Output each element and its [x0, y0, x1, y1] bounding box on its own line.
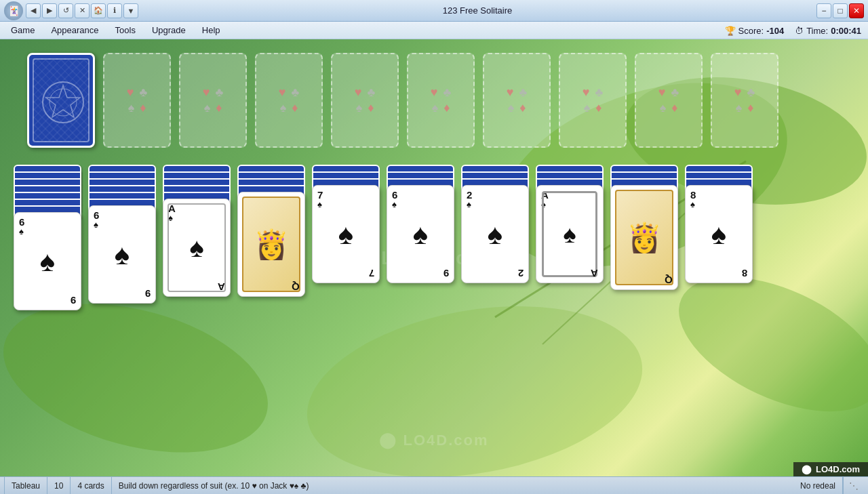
status-mode: Tableau: [4, 477, 47, 494]
card-2-spades[interactable]: 2 ♠ ♠ 2: [461, 185, 529, 283]
menu-appearance[interactable]: Appearance: [43, 23, 106, 37]
foundation-slot-9[interactable]: ♥ ♣ ♠ ♦: [711, 53, 778, 148]
svg-marker-9: [46, 85, 80, 117]
foundation-slot-8[interactable]: ♥ ♣ ♠ ♦: [635, 53, 703, 148]
titlebar: 🃏 ◀ ▶ ↺ ✕ 🏠 ℹ ▼ 123 Free Solitaire − □ ✕: [0, 0, 868, 22]
window-controls: − □ ✕: [816, 3, 864, 18]
card-6-spades-col2[interactable]: 6 ♠ ♠ 9: [88, 205, 156, 304]
tb-info[interactable]: ℹ: [107, 3, 122, 18]
foundation-row: ♥ ♣ ♠ ♦ ♥ ♣ ♠ ♦: [27, 53, 841, 151]
foundation-slot-6[interactable]: ♥ ♣ ♠ ♦: [483, 53, 551, 148]
tb-fwd[interactable]: ▶: [42, 3, 57, 18]
minimize-button[interactable]: −: [816, 3, 831, 18]
menu-upgrade[interactable]: Upgrade: [144, 23, 194, 37]
status-tableau-label: Tableau: [12, 481, 40, 491]
statusbar: Tableau 10 4 cards Build down regardless…: [0, 476, 868, 494]
card-value-br: 9: [71, 295, 76, 306]
diamond-suit-icon: ♦: [140, 101, 146, 115]
menu-help[interactable]: Help: [194, 23, 229, 37]
score-value: -104: [766, 26, 784, 36]
clock-icon: ⏱: [795, 26, 804, 36]
time-display: ⏱ Time: 0:00:41: [795, 26, 861, 36]
menu-game[interactable]: Game: [3, 23, 43, 37]
status-hint-text: Build down regardless of suit (ex. 10 ♥ …: [119, 481, 309, 491]
tb-home[interactable]: 🏠: [91, 3, 106, 18]
card-suit-center: ♠: [40, 245, 55, 278]
foundation-slot-7[interactable]: ♥ ♣ ♠ ♦: [559, 53, 627, 148]
status-cards: 4 cards: [71, 477, 111, 494]
card-queen-spades[interactable]: Q ♠ 👸 Q: [237, 192, 305, 297]
card-8-spades[interactable]: 8 ♠ ♠ 8: [685, 185, 753, 283]
tb-back[interactable]: ◀: [26, 3, 41, 18]
close-button[interactable]: ✕: [849, 3, 864, 18]
resize-handle-icon[interactable]: ⋱: [849, 480, 859, 491]
score-label: Score:: [738, 26, 764, 36]
card-suit-tl: ♠: [19, 226, 24, 236]
svg-point-7: [43, 82, 83, 123]
card-ace-spades[interactable]: A ♠ ♠ A: [163, 199, 231, 297]
time-label: Time:: [806, 26, 828, 36]
svg-point-3: [294, 282, 656, 476]
lo4d-logo-icon: ⬤: [802, 464, 812, 474]
tb-extra[interactable]: ▼: [123, 3, 138, 18]
foundation-slot-5[interactable]: ♥ ♣ ♠ ♦: [407, 53, 475, 148]
club-suit-icon: ♣: [139, 85, 147, 100]
status-redeal-value: No redeal: [800, 481, 835, 491]
card-ace-spades-col8[interactable]: A ♠ ♠ A: [536, 185, 604, 283]
game-area: LO4D.com ♥ ♣ ♠ ♦: [0, 39, 868, 476]
time-value: 0:00:41: [831, 26, 861, 36]
maximize-button[interactable]: □: [833, 3, 848, 18]
lo4d-logo-text: LO4D.com: [816, 464, 860, 474]
card-7-spades[interactable]: 7 ♠ ♠ 7: [312, 185, 380, 283]
score-icon: 🏆: [725, 26, 736, 36]
status-count: 10: [47, 477, 71, 494]
status-hint: Build down regardless of suit (ex. 10 ♥ …: [112, 477, 793, 494]
app-icon: 🃏: [4, 1, 23, 20]
titlebar-left: 🃏 ◀ ▶ ↺ ✕ 🏠 ℹ ▼: [4, 1, 138, 20]
card-6-spades-col6[interactable]: 6 ♠ ♠ 9: [387, 185, 454, 283]
status-redeal: No redeal: [793, 477, 843, 494]
card-back-design: [29, 55, 93, 146]
menu-tools[interactable]: Tools: [107, 23, 144, 37]
status-right-area: ⋱: [843, 477, 864, 494]
status-count-value: 10: [54, 481, 63, 491]
foundation-slot-2[interactable]: ♥ ♣ ♠ ♦: [179, 53, 247, 148]
toolbar-icons: ◀ ▶ ↺ ✕ 🏠 ℹ ▼: [26, 3, 138, 18]
window-title: 123 Free Solitaire: [138, 5, 816, 16]
score-display: 🏆 Score: -104: [725, 26, 785, 36]
tb-stop[interactable]: ✕: [75, 3, 90, 18]
foundation-slot-3[interactable]: ♥ ♣ ♠ ♦: [255, 53, 323, 148]
tb-refresh[interactable]: ↺: [58, 3, 73, 18]
heart-suit-icon: ♥: [127, 85, 134, 100]
menubar: Game Appearance Tools Upgrade Help 🏆 Sco…: [0, 22, 868, 39]
lo4d-logo-bar: ⬤ LO4D.com: [793, 462, 868, 476]
score-time-bar: 🏆 Score: -104 ⏱ Time: 0:00:41: [725, 22, 861, 39]
status-cards-value: 4 cards: [77, 481, 104, 491]
foundation-slot-1[interactable]: ♥ ♣ ♠ ♦: [103, 53, 171, 148]
card-queen-spades-col9[interactable]: Q ♠ 👸 Q: [610, 185, 678, 290]
deck-pile[interactable]: [27, 53, 95, 148]
card-6-spades-col1[interactable]: 6 ♠ ♠ 9: [14, 212, 81, 310]
bottom-watermark: ⬤ LO4D.com: [379, 432, 488, 449]
foundation-slot-4[interactable]: ♥ ♣ ♠ ♦: [331, 53, 399, 148]
spade-suit-icon: ♠: [128, 101, 135, 115]
